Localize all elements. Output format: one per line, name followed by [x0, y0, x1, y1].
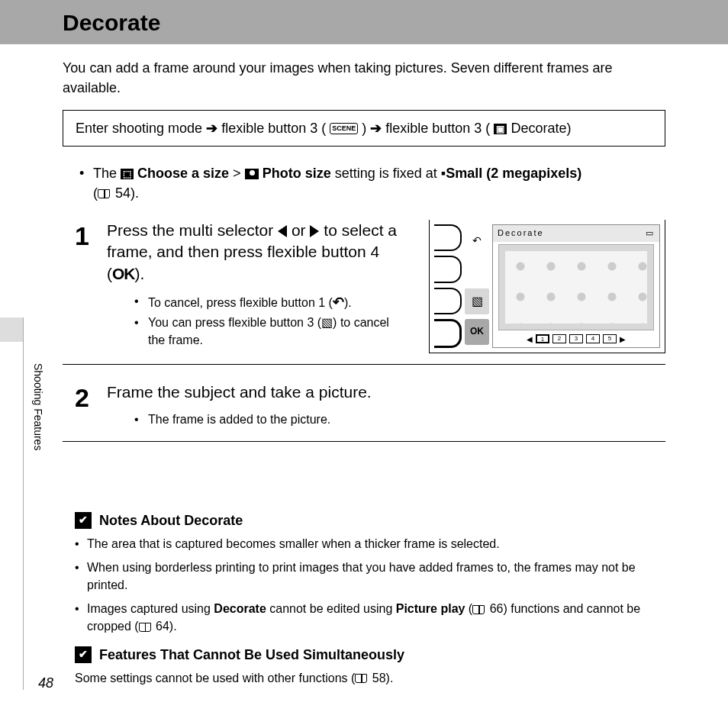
flexible-button-1: [434, 224, 462, 252]
decorate-bold: Decorate: [214, 602, 266, 615]
text-fragment: ▪Small (2 megapixels): [441, 166, 581, 181]
step-title: Press the multi selector or to select a …: [107, 220, 406, 285]
text-fragment: You can press flexible button 3 (: [148, 316, 321, 329]
content-area: You can add a frame around your images w…: [0, 44, 728, 687]
navigation-path-box: Enter shooting mode ➔ flexible button 3 …: [63, 110, 665, 147]
text-fragment: Press the multi selector: [107, 221, 278, 239]
screen-title-bar: Decorate ▭: [493, 225, 659, 242]
section-label: Shooting Features: [31, 363, 46, 450]
size-chip: ▭: [646, 227, 655, 240]
page-ref: 64).: [153, 620, 177, 633]
step-body: Frame the subject and take a picture. Th…: [107, 382, 665, 430]
no-frame-icon: ▧: [321, 316, 333, 329]
page-ref: 58).: [369, 672, 393, 685]
thumbnail: 3: [569, 334, 583, 343]
notes2-text: Some settings cannot be used with other …: [75, 669, 653, 687]
text-fragment: >: [233, 166, 245, 181]
text-fragment: ).: [135, 265, 145, 282]
no-frame-icon: ▧: [465, 288, 489, 314]
notes-section: Notes About Decorate The area that is ca…: [63, 511, 665, 687]
path-text-3: ): [362, 121, 370, 136]
size-note-item: The ⬚ Choose a size > Photo size setting…: [79, 163, 665, 203]
step1-subbullets: To cancel, press flexible button 1 (↶). …: [107, 292, 406, 349]
page-header: Decorate: [0, 0, 728, 44]
flexible-button-4: [434, 319, 462, 348]
text-fragment: setting is fixed at: [335, 166, 441, 181]
path-text-2: flexible button 3 (: [221, 121, 326, 136]
ok-label: OK: [112, 265, 135, 282]
intro-text: You can add a frame around your images w…: [63, 58, 665, 98]
frame-preview: [499, 245, 653, 330]
check-icon: [75, 512, 92, 529]
scene-icon: SCENE: [330, 123, 358, 134]
text-fragment: or: [292, 221, 311, 239]
sub-bullet: To cancel, press flexible button 1 (↶).: [134, 292, 406, 312]
camera-screen: Decorate ▭ ◀ 1 2 3 4 5 ▶: [492, 224, 660, 348]
flexible-button-3: [434, 288, 462, 315]
arrow-icon: ➔: [370, 121, 382, 136]
book-icon: [139, 623, 151, 632]
arrow-icon: ➔: [206, 121, 217, 136]
step2-subbullets: The frame is added to the picture.: [107, 411, 665, 428]
notes-title: Notes About Decorate: [99, 511, 243, 530]
choose-size-label: Choose a size: [137, 166, 229, 181]
step-2: 2 Frame the subject and take a picture. …: [63, 371, 665, 442]
size-note-list: The ⬚ Choose a size > Photo size setting…: [63, 163, 665, 203]
thumbnail-row: ◀ 1 2 3 4 5 ▶: [493, 333, 659, 347]
ok-icon: OK: [465, 319, 489, 345]
text-fragment: (: [465, 602, 472, 615]
path-text-1: Enter shooting mode: [76, 121, 206, 136]
step-title: Frame the subject and take a picture.: [107, 382, 665, 403]
steps-container: 1 Press the multi selector or to select …: [63, 209, 665, 442]
note-item: Images captured using Decorate cannot be…: [75, 600, 653, 635]
text-fragment: To cancel, press flexible button 1 (: [148, 296, 333, 309]
pictureplay-bold: Picture play: [396, 602, 465, 615]
page-ref: 54).: [111, 185, 139, 201]
text-fragment: The: [93, 166, 121, 181]
step-number: 2: [75, 385, 93, 430]
notes-header-2: Features That Cannot Be Used Simultaneou…: [75, 645, 653, 665]
photo-size-label: Photo size: [263, 166, 331, 181]
scroll-right-icon: ▶: [620, 334, 626, 346]
notes-header-1: Notes About Decorate: [75, 511, 653, 530]
scroll-left-icon: ◀: [527, 334, 533, 346]
thumbnail: 1: [536, 334, 549, 343]
menu-icon: ⬚: [121, 169, 134, 179]
text-fragment: ).: [344, 296, 352, 309]
step-1: 1 Press the multi selector or to select …: [63, 209, 665, 365]
flexible-buttons: [434, 224, 462, 348]
decorate-icon: ▣: [494, 124, 507, 134]
book-icon: [98, 189, 110, 198]
notes-title: Features That Cannot Be Used Simultaneou…: [99, 645, 404, 665]
triangle-right-icon: [310, 225, 319, 237]
book-icon: [355, 674, 367, 683]
camera-icon: [245, 169, 259, 179]
triangle-left-icon: [278, 225, 287, 237]
notes-list-1: The area that is captured becomes smalle…: [75, 535, 653, 636]
small-label: Small (2 megapixels): [446, 166, 581, 181]
left-border: [23, 317, 24, 690]
flexible-button-2: [434, 256, 462, 283]
step-number: 1: [75, 223, 93, 249]
back-icon: ↶: [465, 227, 489, 253]
thumbnail: 4: [586, 334, 600, 343]
screen-title: Decorate: [498, 227, 544, 240]
sub-bullet: The frame is added to the picture.: [134, 411, 665, 428]
thumbnail: 2: [552, 334, 566, 343]
page-number: 48: [38, 673, 53, 693]
step-body: Press the multi selector or to select a …: [107, 220, 406, 351]
sub-bullet: You can press flexible button 3 (▧) to c…: [134, 314, 406, 349]
text-fragment: Some settings cannot be used with other …: [75, 672, 355, 685]
book-icon: [472, 605, 485, 614]
text-fragment: Images captured using: [87, 602, 214, 615]
thumbnail: 5: [603, 334, 617, 343]
side-tab-marker: [0, 317, 23, 342]
note-item: When using borderless printing to print …: [75, 559, 653, 594]
note-item: The area that is captured becomes smalle…: [75, 535, 653, 552]
text-fragment: cannot be edited using: [266, 602, 396, 615]
page-title: Decorate: [63, 10, 160, 35]
path-text-4: flexible button 3 (: [385, 121, 490, 136]
check-icon: [75, 646, 92, 663]
camera-display-illustration: ↶ ▧ OK Decorate ▭ ◀ 1 2 3: [429, 220, 665, 353]
back-arrow-icon: ↶: [333, 295, 344, 310]
